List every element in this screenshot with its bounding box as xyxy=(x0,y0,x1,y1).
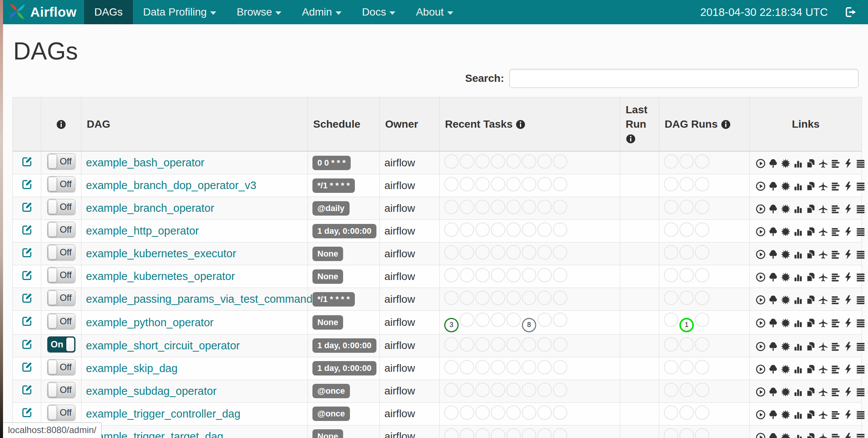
trigger-dag-icon[interactable] xyxy=(756,271,766,283)
gantt-view-icon[interactable] xyxy=(831,248,841,260)
dag-link[interactable]: example_trigger_target_dag xyxy=(86,430,223,438)
trigger-dag-icon[interactable] xyxy=(756,202,766,214)
dag-run-circle[interactable] xyxy=(679,177,694,191)
dag-run-circle[interactable] xyxy=(695,313,709,327)
task-state-circle[interactable] xyxy=(537,383,552,397)
task-state-circle[interactable] xyxy=(475,313,490,327)
task-state-circle[interactable] xyxy=(522,360,536,374)
task-state-circle[interactable] xyxy=(491,200,505,214)
nav-item-data-profiling[interactable]: Data Profiling xyxy=(133,0,226,24)
code-view-icon[interactable] xyxy=(843,408,853,420)
dag-run-circle[interactable] xyxy=(679,245,694,260)
trigger-dag-icon[interactable] xyxy=(756,225,766,237)
task-tries-icon[interactable] xyxy=(806,316,816,328)
task-state-circle[interactable] xyxy=(537,337,552,352)
task-state-circle[interactable] xyxy=(444,154,459,169)
task-tries-icon[interactable] xyxy=(806,271,816,283)
task-state-circle[interactable] xyxy=(460,337,474,352)
graph-view-icon[interactable] xyxy=(781,157,791,169)
dag-run-circle[interactable] xyxy=(695,200,709,214)
task-state-circle[interactable] xyxy=(553,154,567,169)
landing-times-icon[interactable] xyxy=(818,430,828,438)
dag-run-circle[interactable] xyxy=(695,222,709,237)
dag-pause-toggle[interactable]: Off xyxy=(47,153,75,169)
task-state-circle[interactable] xyxy=(506,405,521,420)
task-state-circle[interactable] xyxy=(553,291,567,305)
edit-dag-icon[interactable] xyxy=(21,361,33,373)
logout-icon[interactable] xyxy=(843,5,857,19)
gantt-view-icon[interactable] xyxy=(831,408,841,420)
dag-run-circle[interactable] xyxy=(679,428,694,438)
dag-run-circle[interactable] xyxy=(664,360,678,374)
logs-icon[interactable] xyxy=(856,316,866,328)
task-state-circle[interactable] xyxy=(460,245,474,260)
task-state-circle[interactable] xyxy=(553,360,567,374)
task-state-circle[interactable] xyxy=(506,337,521,352)
task-state-circle[interactable] xyxy=(460,291,474,305)
graph-view-icon[interactable] xyxy=(781,271,791,283)
task-state-circle[interactable] xyxy=(537,222,552,237)
task-tries-icon[interactable] xyxy=(806,430,816,438)
dag-run-circle[interactable] xyxy=(679,337,694,352)
tree-view-icon[interactable] xyxy=(768,202,778,214)
nav-item-dags[interactable]: DAGs xyxy=(84,0,133,24)
logs-icon[interactable] xyxy=(856,362,866,374)
dag-run-circle[interactable] xyxy=(679,268,694,282)
task-tries-icon[interactable] xyxy=(806,362,816,374)
dag-pause-toggle[interactable]: Off xyxy=(47,405,75,421)
code-view-icon[interactable] xyxy=(843,225,853,237)
task-state-circle[interactable] xyxy=(491,360,505,374)
dag-run-circle[interactable] xyxy=(664,177,678,191)
graph-view-icon[interactable] xyxy=(781,385,791,397)
task-state-circle[interactable] xyxy=(491,222,505,237)
dag-run-circle[interactable] xyxy=(664,405,678,420)
dag-run-circle[interactable] xyxy=(695,337,709,352)
dag-run-circle[interactable] xyxy=(695,154,709,169)
edit-dag-icon[interactable] xyxy=(21,178,33,190)
task-state-circle[interactable] xyxy=(475,177,490,191)
task-state-circle[interactable] xyxy=(522,200,536,214)
task-state-circle[interactable] xyxy=(475,245,490,260)
tree-view-icon[interactable] xyxy=(768,293,778,305)
logs-icon[interactable] xyxy=(856,385,866,397)
task-tries-icon[interactable] xyxy=(806,385,816,397)
task-state-circle[interactable] xyxy=(537,360,552,374)
task-state-circle[interactable] xyxy=(537,428,552,438)
task-state-circle[interactable] xyxy=(491,428,505,438)
task-duration-icon[interactable] xyxy=(793,293,803,305)
task-state-circle[interactable] xyxy=(553,222,567,237)
trigger-dag-icon[interactable] xyxy=(756,339,766,352)
tree-view-icon[interactable] xyxy=(768,271,778,283)
dag-link[interactable]: example_short_circuit_operator xyxy=(86,339,240,352)
edit-dag-icon[interactable] xyxy=(21,224,33,236)
nav-item-about[interactable]: About xyxy=(406,0,463,24)
gantt-view-icon[interactable] xyxy=(831,362,841,374)
nav-item-docs[interactable]: Docs xyxy=(352,0,406,24)
dag-run-circle-running[interactable]: 1 xyxy=(679,318,694,332)
task-state-circle[interactable] xyxy=(537,245,552,260)
task-state-circle[interactable] xyxy=(506,383,521,397)
task-state-circle[interactable] xyxy=(537,200,552,214)
task-state-circle[interactable] xyxy=(460,383,474,397)
task-state-circle[interactable] xyxy=(460,360,474,374)
task-duration-icon[interactable] xyxy=(793,362,803,374)
dag-run-circle[interactable] xyxy=(695,405,709,420)
logs-icon[interactable] xyxy=(856,202,866,214)
logs-icon[interactable] xyxy=(856,430,866,438)
code-view-icon[interactable] xyxy=(843,316,853,328)
task-state-circle[interactable] xyxy=(537,268,552,282)
task-duration-icon[interactable] xyxy=(793,180,803,192)
dag-link[interactable]: example_http_operator xyxy=(86,225,199,237)
task-state-circle[interactable] xyxy=(475,405,490,420)
graph-view-icon[interactable] xyxy=(781,339,791,352)
trigger-dag-icon[interactable] xyxy=(756,362,766,374)
code-view-icon[interactable] xyxy=(843,430,853,438)
landing-times-icon[interactable] xyxy=(818,385,828,397)
dag-pause-toggle[interactable]: Off xyxy=(47,176,75,192)
task-tries-icon[interactable] xyxy=(806,339,816,352)
code-view-icon[interactable] xyxy=(843,248,853,260)
task-state-circle[interactable] xyxy=(553,200,567,214)
task-state-circle[interactable] xyxy=(491,177,505,191)
gantt-view-icon[interactable] xyxy=(831,430,841,438)
dag-run-circle[interactable] xyxy=(664,222,678,237)
